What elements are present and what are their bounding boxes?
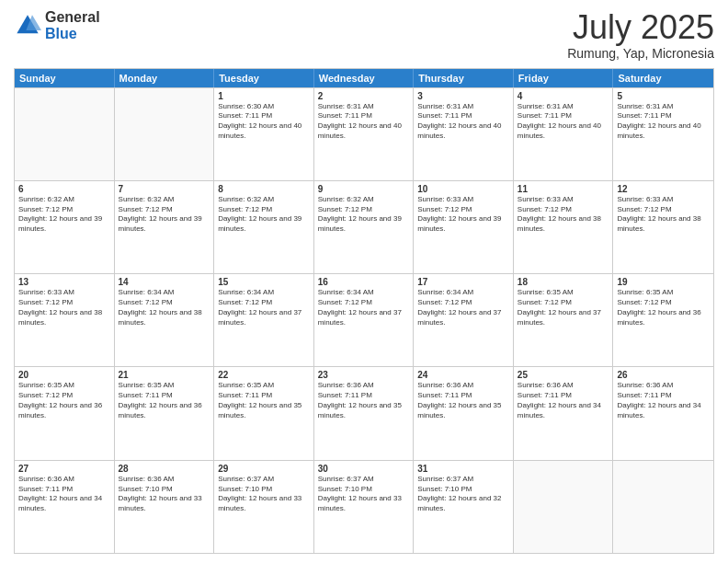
day-info: Sunrise: 6:35 AM Sunset: 7:12 PM Dayligh… <box>18 381 110 420</box>
cal-row-4: 20Sunrise: 6:35 AM Sunset: 7:12 PM Dayli… <box>15 366 713 459</box>
day-number: 17 <box>417 277 509 287</box>
cal-cell-2: 2Sunrise: 6:31 AM Sunset: 7:11 PM Daylig… <box>314 88 415 180</box>
cal-row-5: 27Sunrise: 6:36 AM Sunset: 7:11 PM Dayli… <box>15 460 713 553</box>
day-number: 5 <box>617 91 710 101</box>
day-info: Sunrise: 6:35 AM Sunset: 7:11 PM Dayligh… <box>119 381 210 420</box>
title-block: July 2025 Rumung, Yap, Micronesia <box>567 9 714 61</box>
cal-cell-22: 22Sunrise: 6:35 AM Sunset: 7:11 PM Dayli… <box>214 367 314 459</box>
header-day-friday: Friday <box>514 69 614 87</box>
header-day-monday: Monday <box>115 69 215 87</box>
day-info: Sunrise: 6:36 AM Sunset: 7:11 PM Dayligh… <box>617 381 710 420</box>
day-number: 13 <box>18 277 110 287</box>
cal-cell-empty <box>514 461 614 553</box>
cal-cell-12: 12Sunrise: 6:33 AM Sunset: 7:12 PM Dayli… <box>613 181 713 273</box>
day-number: 6 <box>18 184 110 194</box>
header-day-sunday: Sunday <box>15 69 115 87</box>
cal-cell-29: 29Sunrise: 6:37 AM Sunset: 7:10 PM Dayli… <box>214 461 314 553</box>
day-info: Sunrise: 6:34 AM Sunset: 7:12 PM Dayligh… <box>119 288 210 327</box>
logo-text: General Blue <box>45 9 100 41</box>
cal-cell-21: 21Sunrise: 6:35 AM Sunset: 7:11 PM Dayli… <box>115 367 215 459</box>
day-number: 9 <box>318 184 410 194</box>
calendar-header: SundayMondayTuesdayWednesdayThursdayFrid… <box>15 69 713 87</box>
cal-cell-16: 16Sunrise: 6:34 AM Sunset: 7:12 PM Dayli… <box>314 274 415 366</box>
day-info: Sunrise: 6:36 AM Sunset: 7:11 PM Dayligh… <box>318 381 410 420</box>
cal-cell-8: 8Sunrise: 6:32 AM Sunset: 7:12 PM Daylig… <box>214 181 314 273</box>
logo-icon <box>14 12 41 40</box>
day-info: Sunrise: 6:33 AM Sunset: 7:12 PM Dayligh… <box>417 195 509 235</box>
cal-cell-empty <box>115 88 215 180</box>
day-number: 19 <box>617 277 710 287</box>
day-number: 22 <box>218 370 310 380</box>
logo-blue: Blue <box>45 26 100 42</box>
day-info: Sunrise: 6:31 AM Sunset: 7:11 PM Dayligh… <box>318 102 410 142</box>
day-number: 2 <box>318 91 410 101</box>
day-info: Sunrise: 6:36 AM Sunset: 7:11 PM Dayligh… <box>417 381 509 420</box>
day-info: Sunrise: 6:32 AM Sunset: 7:12 PM Dayligh… <box>18 195 110 235</box>
cal-cell-31: 31Sunrise: 6:37 AM Sunset: 7:10 PM Dayli… <box>414 461 514 553</box>
day-number: 1 <box>218 91 310 101</box>
day-info: Sunrise: 6:37 AM Sunset: 7:10 PM Dayligh… <box>218 475 310 514</box>
day-number: 30 <box>318 464 410 474</box>
page: General Blue July 2025 Rumung, Yap, Micr… <box>0 0 728 563</box>
day-info: Sunrise: 6:31 AM Sunset: 7:11 PM Dayligh… <box>417 102 509 142</box>
cal-row-3: 13Sunrise: 6:33 AM Sunset: 7:12 PM Dayli… <box>15 273 713 366</box>
day-number: 15 <box>218 277 310 287</box>
day-info: Sunrise: 6:34 AM Sunset: 7:12 PM Dayligh… <box>218 288 310 327</box>
cal-cell-27: 27Sunrise: 6:36 AM Sunset: 7:11 PM Dayli… <box>15 461 115 553</box>
cal-cell-9: 9Sunrise: 6:32 AM Sunset: 7:12 PM Daylig… <box>314 181 415 273</box>
cal-cell-25: 25Sunrise: 6:36 AM Sunset: 7:11 PM Dayli… <box>514 367 614 459</box>
header-day-tuesday: Tuesday <box>214 69 314 87</box>
location: Rumung, Yap, Micronesia <box>567 46 714 61</box>
logo: General Blue <box>14 9 100 41</box>
day-number: 31 <box>417 464 509 474</box>
cal-cell-10: 10Sunrise: 6:33 AM Sunset: 7:12 PM Dayli… <box>414 181 514 273</box>
header-day-saturday: Saturday <box>613 69 713 87</box>
logo-general: General <box>45 9 100 26</box>
cal-cell-17: 17Sunrise: 6:34 AM Sunset: 7:12 PM Dayli… <box>414 274 514 366</box>
day-number: 24 <box>417 370 509 380</box>
cal-cell-empty <box>15 88 115 180</box>
cal-cell-5: 5Sunrise: 6:31 AM Sunset: 7:11 PM Daylig… <box>613 88 713 180</box>
day-number: 20 <box>18 370 110 380</box>
cal-cell-23: 23Sunrise: 6:36 AM Sunset: 7:11 PM Dayli… <box>314 367 415 459</box>
cal-cell-6: 6Sunrise: 6:32 AM Sunset: 7:12 PM Daylig… <box>15 181 115 273</box>
day-number: 27 <box>18 464 110 474</box>
day-number: 23 <box>318 370 410 380</box>
day-info: Sunrise: 6:36 AM Sunset: 7:10 PM Dayligh… <box>119 475 210 514</box>
day-info: Sunrise: 6:34 AM Sunset: 7:12 PM Dayligh… <box>318 288 410 327</box>
day-info: Sunrise: 6:32 AM Sunset: 7:12 PM Dayligh… <box>119 195 210 235</box>
cal-cell-empty <box>613 461 713 553</box>
day-number: 25 <box>518 370 609 380</box>
day-info: Sunrise: 6:32 AM Sunset: 7:12 PM Dayligh… <box>218 195 310 235</box>
day-number: 14 <box>119 277 210 287</box>
header-day-wednesday: Wednesday <box>314 69 415 87</box>
day-number: 18 <box>518 277 609 287</box>
cal-cell-20: 20Sunrise: 6:35 AM Sunset: 7:12 PM Dayli… <box>15 367 115 459</box>
day-info: Sunrise: 6:32 AM Sunset: 7:12 PM Dayligh… <box>318 195 410 235</box>
day-info: Sunrise: 6:35 AM Sunset: 7:12 PM Dayligh… <box>518 288 609 327</box>
calendar: SundayMondayTuesdayWednesdayThursdayFrid… <box>14 68 714 554</box>
day-number: 4 <box>518 91 609 101</box>
day-info: Sunrise: 6:33 AM Sunset: 7:12 PM Dayligh… <box>518 195 609 235</box>
day-number: 11 <box>518 184 609 194</box>
cal-cell-19: 19Sunrise: 6:35 AM Sunset: 7:12 PM Dayli… <box>613 274 713 366</box>
day-number: 10 <box>417 184 509 194</box>
day-number: 12 <box>617 184 710 194</box>
day-number: 8 <box>218 184 310 194</box>
day-info: Sunrise: 6:31 AM Sunset: 7:11 PM Dayligh… <box>617 102 710 142</box>
calendar-body: 1Sunrise: 6:30 AM Sunset: 7:11 PM Daylig… <box>15 87 713 553</box>
day-number: 16 <box>318 277 410 287</box>
cal-cell-28: 28Sunrise: 6:36 AM Sunset: 7:10 PM Dayli… <box>115 461 215 553</box>
cal-row-2: 6Sunrise: 6:32 AM Sunset: 7:12 PM Daylig… <box>15 180 713 273</box>
day-number: 21 <box>119 370 210 380</box>
day-number: 26 <box>617 370 710 380</box>
day-info: Sunrise: 6:30 AM Sunset: 7:11 PM Dayligh… <box>218 102 310 142</box>
cal-cell-1: 1Sunrise: 6:30 AM Sunset: 7:11 PM Daylig… <box>214 88 314 180</box>
cal-cell-30: 30Sunrise: 6:37 AM Sunset: 7:10 PM Dayli… <box>314 461 415 553</box>
cal-cell-13: 13Sunrise: 6:33 AM Sunset: 7:12 PM Dayli… <box>15 274 115 366</box>
cal-cell-24: 24Sunrise: 6:36 AM Sunset: 7:11 PM Dayli… <box>414 367 514 459</box>
day-info: Sunrise: 6:33 AM Sunset: 7:12 PM Dayligh… <box>18 288 110 327</box>
month-title: July 2025 <box>567 9 714 46</box>
cal-cell-18: 18Sunrise: 6:35 AM Sunset: 7:12 PM Dayli… <box>514 274 614 366</box>
header: General Blue July 2025 Rumung, Yap, Micr… <box>14 9 714 61</box>
